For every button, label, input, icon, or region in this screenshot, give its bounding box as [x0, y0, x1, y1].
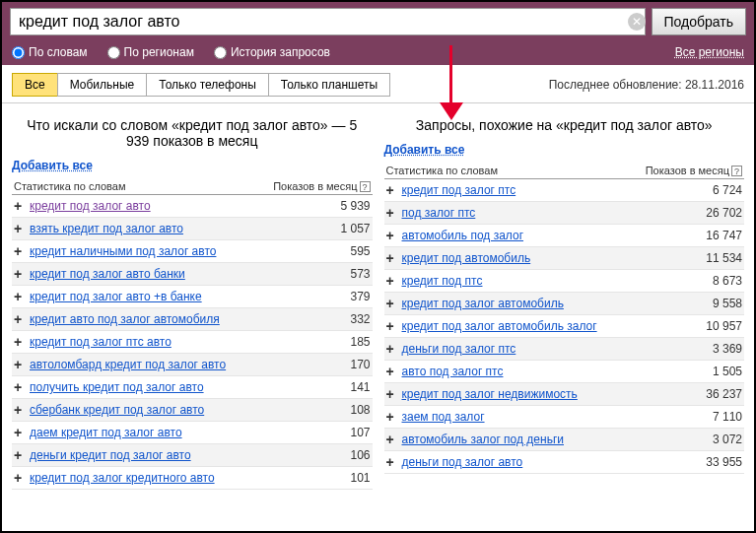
keyword-link[interactable]: деньги кредит под залог авто — [30, 448, 311, 462]
table-row: +сбербанк кредит под залог авто108 — [12, 399, 373, 422]
help-icon[interactable]: ? — [731, 166, 742, 176]
add-icon[interactable]: + — [386, 228, 402, 243]
table-row: +кредит под залог автомобиль9 558 — [384, 293, 745, 315]
keyword-link[interactable]: кредит под залог автомобиль — [402, 297, 684, 310]
add-icon[interactable]: + — [386, 341, 402, 357]
keyword-link[interactable]: сбербанк кредит под залог авто — [30, 403, 311, 417]
add-icon[interactable]: + — [14, 402, 30, 418]
table-row: +кредит под залог авто +в банке379 — [12, 286, 373, 308]
tab-phones[interactable]: Только телефоны — [146, 73, 269, 97]
keyword-link[interactable]: кредит под залог автомобиль залог — [402, 319, 684, 333]
add-icon[interactable]: + — [14, 357, 30, 372]
keyword-link[interactable]: заем под залог — [402, 410, 684, 424]
add-all-left[interactable]: Добавить все — [12, 159, 93, 172]
keyword-link[interactable]: автоломбард кредит под залог авто — [30, 358, 311, 371]
add-icon[interactable]: + — [14, 243, 30, 259]
add-icon[interactable]: + — [14, 447, 30, 463]
count: 106 — [311, 448, 371, 462]
count: 8 673 — [683, 274, 742, 288]
add-icon[interactable]: + — [14, 470, 30, 486]
help-icon[interactable]: ? — [360, 181, 371, 192]
add-icon[interactable]: + — [14, 221, 30, 236]
keyword-link[interactable]: деньги под залог авто — [402, 455, 684, 469]
keyword-link[interactable]: автомобиль залог под деньги — [402, 433, 684, 446]
count: 36 237 — [683, 387, 742, 401]
keyword-link[interactable]: получить кредит под залог авто — [30, 380, 311, 394]
tab-tablets[interactable]: Только планшеты — [268, 73, 390, 97]
left-title: Что искали со словом «кредит под залог а… — [12, 111, 373, 159]
add-icon[interactable]: + — [14, 425, 30, 440]
table-row: +кредит под залог недвижимость36 237 — [384, 383, 745, 406]
count: 1 057 — [311, 222, 371, 235]
keyword-link[interactable]: кредит под залог авто +в банке — [30, 290, 311, 303]
keyword-link[interactable]: кредит под залог птс — [402, 183, 684, 197]
keyword-link[interactable]: кредит наличными под залог авто — [30, 244, 311, 258]
keyword-link[interactable]: взять кредит под залог авто — [30, 222, 311, 235]
add-icon[interactable]: + — [14, 311, 30, 327]
count: 16 747 — [683, 229, 742, 242]
tab-mobile[interactable]: Мобильные — [57, 73, 148, 97]
add-icon[interactable]: + — [386, 273, 402, 289]
add-icon[interactable]: + — [386, 454, 402, 470]
add-icon[interactable]: + — [14, 379, 30, 395]
keyword-link[interactable]: кредит под залог птс авто — [30, 335, 311, 349]
keyword-link[interactable]: деньги под залог птс — [402, 342, 684, 356]
add-icon[interactable]: + — [14, 334, 30, 350]
table-row: +кредит под залог авто банки573 — [12, 263, 373, 286]
radio-by-words[interactable]: По словам — [12, 45, 88, 59]
right-table-head: Статистика по словам Показов в месяц? — [384, 161, 745, 179]
regions-link[interactable]: Все регионы — [675, 45, 744, 59]
add-all-right[interactable]: Добавить все — [384, 143, 465, 157]
table-row: +кредит под залог птс авто185 — [12, 331, 373, 354]
search-bar: ✕ Подобрать — [2, 2, 754, 41]
count: 101 — [311, 471, 371, 485]
submit-button[interactable]: Подобрать — [652, 8, 747, 35]
keyword-link[interactable]: под залог птс — [402, 206, 684, 220]
keyword-link[interactable]: авто под залог птс — [402, 365, 684, 378]
keyword-link[interactable]: даем кредит под залог авто — [30, 426, 311, 439]
count: 5 939 — [311, 199, 371, 213]
count: 10 957 — [683, 319, 742, 333]
clear-icon[interactable]: ✕ — [628, 13, 646, 31]
table-row: +автомобиль под залог16 747 — [384, 225, 745, 247]
count: 141 — [311, 380, 371, 394]
count: 11 534 — [683, 251, 742, 265]
keyword-link[interactable]: кредит под залог кредитного авто — [30, 471, 311, 485]
add-icon[interactable]: + — [386, 318, 402, 334]
add-icon[interactable]: + — [386, 364, 402, 379]
keyword-link[interactable]: кредит под птс — [402, 274, 684, 288]
table-row: +деньги под залог птс3 369 — [384, 338, 745, 361]
add-icon[interactable]: + — [14, 266, 30, 282]
count: 332 — [311, 312, 371, 326]
radio-by-regions[interactable]: По регионам — [107, 45, 194, 59]
keyword-link[interactable]: кредит под залог авто банки — [30, 267, 311, 281]
add-icon[interactable]: + — [386, 182, 402, 198]
add-icon[interactable]: + — [386, 296, 402, 311]
radio-history[interactable]: История запросов — [214, 45, 330, 59]
table-row: +кредит под залог птс6 724 — [384, 179, 745, 202]
right-column: Запросы, похожие на «кредит под залог ав… — [384, 111, 745, 490]
add-icon[interactable]: + — [386, 205, 402, 221]
count: 108 — [311, 403, 371, 417]
keyword-link[interactable]: автомобиль под залог — [402, 229, 684, 242]
keyword-link[interactable]: кредит под залог авто — [30, 199, 311, 213]
add-icon[interactable]: + — [386, 250, 402, 266]
keyword-link[interactable]: кредит авто под залог автомобиля — [30, 312, 311, 326]
count: 170 — [311, 358, 371, 371]
count: 7 110 — [683, 410, 742, 424]
add-icon[interactable]: + — [386, 432, 402, 447]
add-icon[interactable]: + — [386, 386, 402, 402]
count: 6 724 — [683, 183, 742, 197]
table-row: +деньги под залог авто33 955 — [384, 451, 745, 474]
keyword-link[interactable]: кредит под автомобиль — [402, 251, 684, 265]
search-input[interactable] — [10, 8, 646, 35]
add-icon[interactable]: + — [14, 198, 30, 214]
table-row: +кредит под залог авто5 939 — [12, 195, 373, 218]
add-icon[interactable]: + — [386, 409, 402, 425]
keyword-link[interactable]: кредит под залог недвижимость — [402, 387, 684, 401]
tab-all[interactable]: Все — [12, 73, 58, 97]
table-row: +получить кредит под залог авто141 — [12, 376, 373, 399]
count: 26 702 — [683, 206, 742, 220]
add-icon[interactable]: + — [14, 289, 30, 304]
count: 185 — [311, 335, 371, 349]
